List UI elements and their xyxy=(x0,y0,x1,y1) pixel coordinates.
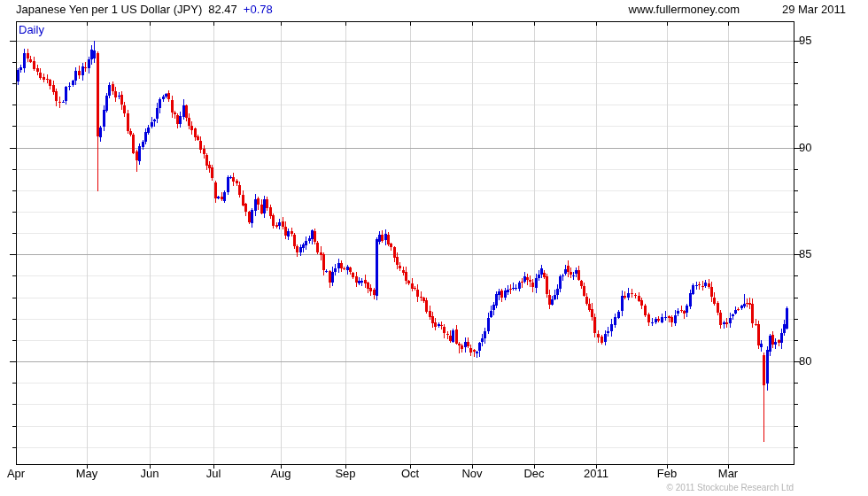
chart-title: Japanese Yen per 1 US Dollar (JPY)82.47+… xyxy=(16,3,273,16)
x-axis-label: Apr xyxy=(7,467,25,480)
y-axis-label: 95 xyxy=(799,34,811,47)
x-axis-label: Nov xyxy=(461,467,482,480)
x-axis-label: Aug xyxy=(270,467,291,480)
y-axis-label: 80 xyxy=(799,354,811,368)
x-axis-label: Dec xyxy=(523,467,544,480)
x-axis-label: Feb xyxy=(657,467,677,480)
instrument-name: Japanese Yen per 1 US Dollar (JPY) xyxy=(16,3,202,16)
y-axis-label: 85 xyxy=(799,247,811,260)
x-axis-label: Sep xyxy=(335,467,355,480)
frequency-label: Daily xyxy=(19,23,44,36)
date-label: 29 Mar 2011 xyxy=(782,3,846,16)
website-label: www.fullermoney.com xyxy=(629,3,740,16)
x-axis-label: Oct xyxy=(401,467,419,480)
y-axis-label: 90 xyxy=(799,141,811,154)
x-axis-label: 2011 xyxy=(584,467,608,480)
header-right: www.fullermoney.com 29 Mar 2011 xyxy=(629,3,847,16)
x-axis-label: May xyxy=(76,467,98,480)
price-change: +0.78 xyxy=(244,3,273,16)
last-price: 82.47 xyxy=(208,3,237,16)
x-axis-label: Mar xyxy=(718,467,738,480)
x-axis-label: Jun xyxy=(141,467,159,480)
copyright-label: © 2011 Stockcube Research Ltd xyxy=(667,483,794,492)
candlestick-chart-canvas xyxy=(0,0,868,496)
x-axis-label: Jul xyxy=(206,467,221,480)
